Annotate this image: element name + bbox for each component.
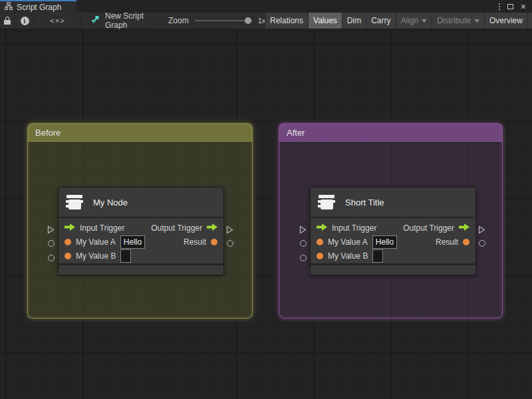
lock-button[interactable]	[0, 13, 15, 29]
port-row-value-b: My Value B	[59, 249, 223, 263]
value-b-port-icon[interactable]	[317, 253, 323, 259]
relations-button[interactable]: Relations	[265, 13, 308, 29]
port-row-triggers: Input Trigger Output Trigger	[59, 221, 223, 235]
node-title: My Node	[93, 198, 128, 207]
outer-value-b-icon[interactable]	[300, 255, 307, 261]
node-header[interactable]: Short Title	[311, 188, 475, 218]
node-footer	[311, 265, 475, 273]
window-controls: ×	[499, 0, 532, 13]
info-icon: i	[21, 17, 29, 25]
toolbar-left: i <×> New Script Graph Zoom	[0, 13, 265, 29]
graph-reference[interactable]: New Script Graph	[81, 13, 166, 29]
value-a-label: My Value A	[328, 237, 368, 247]
outer-result-icon[interactable]	[479, 240, 485, 247]
outer-output-trigger-icon[interactable]	[226, 225, 233, 237]
value-a-port-icon[interactable]	[65, 239, 71, 245]
input-trigger-label: Input Trigger	[80, 223, 124, 233]
port-row-value-b: My Value B	[311, 249, 475, 263]
zoom-label: Zoom	[168, 16, 189, 25]
toolbar-buttons: Relations Values Dim Carry Align Distrib…	[265, 13, 532, 29]
window-menu-icon[interactable]	[499, 3, 500, 10]
port-row-value-a: My Value A Result	[59, 235, 223, 249]
lock-icon	[4, 17, 11, 25]
new-graph-icon	[91, 15, 100, 26]
value-a-label: My Value A	[76, 237, 116, 247]
code-icon: <×>	[50, 17, 65, 25]
node-ports: Input Trigger Output Trigger My Value A …	[59, 218, 223, 265]
outer-value-b-icon[interactable]	[48, 255, 55, 261]
outer-result-icon[interactable]	[227, 240, 233, 247]
output-trigger-label: Output Trigger	[403, 223, 454, 233]
tab-title: Script Graph	[17, 3, 61, 12]
graph-name-label: New Script Graph	[105, 11, 166, 30]
result-label: Result	[184, 237, 206, 247]
input-trigger-port-icon[interactable]	[65, 223, 75, 233]
align-dropdown[interactable]: Align	[396, 13, 432, 29]
port-row-triggers: Input Trigger Output Trigger	[311, 221, 475, 235]
group-before-header[interactable]: Before	[28, 124, 252, 142]
outer-input-trigger-icon[interactable]	[47, 225, 55, 237]
node-my-node[interactable]: My Node Input Trigger Output Trigger	[58, 187, 224, 275]
result-port-icon[interactable]	[463, 239, 469, 245]
zoom-control: Zoom 1x	[166, 13, 265, 29]
output-trigger-port-icon[interactable]	[459, 223, 469, 233]
unit-node-icon	[66, 194, 83, 211]
zoom-slider-handle[interactable]	[245, 17, 251, 24]
group-after-header[interactable]: After	[279, 124, 502, 142]
chevron-down-icon	[422, 19, 427, 23]
chevron-down-icon	[474, 19, 479, 23]
node-footer	[59, 265, 223, 273]
value-a-port-icon[interactable]	[317, 239, 323, 245]
value-b-input[interactable]	[120, 249, 131, 263]
inspector-toggle-button[interactable]: <×>	[35, 13, 81, 29]
unit-node-icon	[318, 194, 335, 211]
graph-canvas[interactable]: Before After My Node Input	[0, 29, 532, 399]
graph-hierarchy-icon	[5, 2, 13, 12]
distribute-dropdown[interactable]: Distribute	[432, 13, 484, 29]
tab-script-graph[interactable]: Script Graph	[0, 0, 76, 13]
value-a-input[interactable]	[372, 235, 397, 249]
outer-input-trigger-icon[interactable]	[299, 225, 307, 237]
script-graph-window: Script Graph × i <×>	[0, 0, 532, 399]
value-b-port-icon[interactable]	[65, 253, 71, 259]
value-b-label: My Value B	[328, 251, 368, 261]
value-a-input[interactable]	[120, 235, 145, 249]
close-icon[interactable]: ×	[521, 3, 526, 10]
input-trigger-label: Input Trigger	[332, 223, 376, 233]
node-short-title[interactable]: Short Title Input Trigger Output Trigger	[310, 187, 476, 275]
output-trigger-label: Output Trigger	[151, 223, 202, 233]
value-b-label: My Value B	[76, 251, 116, 261]
zoom-slider[interactable]	[195, 20, 252, 21]
result-port-icon[interactable]	[211, 239, 217, 245]
value-b-input[interactable]	[372, 249, 383, 263]
values-button[interactable]: Values	[308, 13, 342, 29]
tab-bar: Script Graph ×	[0, 0, 532, 13]
group-label: After	[287, 128, 305, 138]
node-ports: Input Trigger Output Trigger My Value A …	[311, 218, 475, 265]
graph-toolbar: i <×> New Script Graph Zoom	[0, 13, 532, 29]
input-trigger-port-icon[interactable]	[317, 223, 327, 233]
node-title: Short Title	[345, 198, 384, 207]
node-header[interactable]: My Node	[59, 188, 223, 218]
group-label: Before	[35, 128, 61, 138]
carry-button[interactable]: Carry	[366, 13, 395, 29]
outer-value-a-icon[interactable]	[48, 240, 55, 247]
outer-output-trigger-icon[interactable]	[478, 225, 485, 237]
result-label: Result	[436, 237, 458, 247]
fullscreen-button[interactable]: Full Screen	[527, 13, 532, 29]
maximize-icon[interactable]	[507, 4, 513, 9]
overview-button[interactable]: Overview	[484, 13, 527, 29]
dim-button[interactable]: Dim	[342, 13, 366, 29]
info-button[interactable]: i	[15, 13, 35, 29]
outer-value-a-icon[interactable]	[300, 240, 307, 247]
port-row-value-a: My Value A Result	[311, 235, 475, 249]
output-trigger-port-icon[interactable]	[207, 223, 217, 233]
